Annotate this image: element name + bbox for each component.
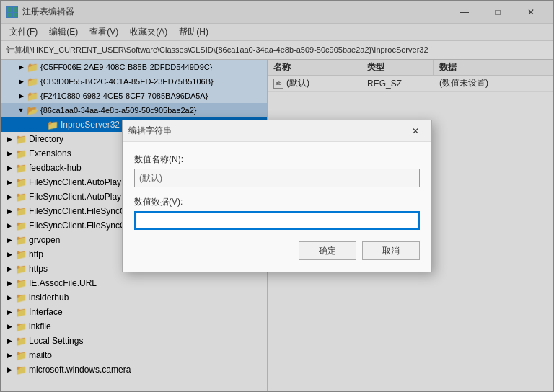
dialog-close-button[interactable]: ✕: [405, 123, 426, 139]
edit-string-dialog: 编辑字符串 ✕ 数值名称(N): 数值数据(V): 确定 取消: [122, 120, 432, 272]
value-name-field: 数值名称(N):: [134, 153, 420, 187]
dialog-overlay: 编辑字符串 ✕ 数值名称(N): 数值数据(V): 确定 取消: [0, 0, 554, 392]
value-name-input[interactable]: [134, 169, 420, 187]
value-data-label: 数值数据(V):: [134, 196, 420, 208]
dialog-buttons: 确定 取消: [134, 241, 420, 260]
dialog-title: 编辑字符串: [128, 125, 405, 137]
value-data-field: 数值数据(V):: [134, 196, 420, 230]
cancel-button[interactable]: 取消: [362, 241, 420, 260]
dialog-titlebar: 编辑字符串 ✕: [123, 120, 431, 142]
confirm-button[interactable]: 确定: [299, 241, 356, 260]
dialog-body: 数值名称(N): 数值数据(V): 确定 取消: [123, 142, 431, 272]
value-data-input[interactable]: [134, 211, 420, 230]
value-name-label: 数值名称(N):: [134, 153, 420, 166]
